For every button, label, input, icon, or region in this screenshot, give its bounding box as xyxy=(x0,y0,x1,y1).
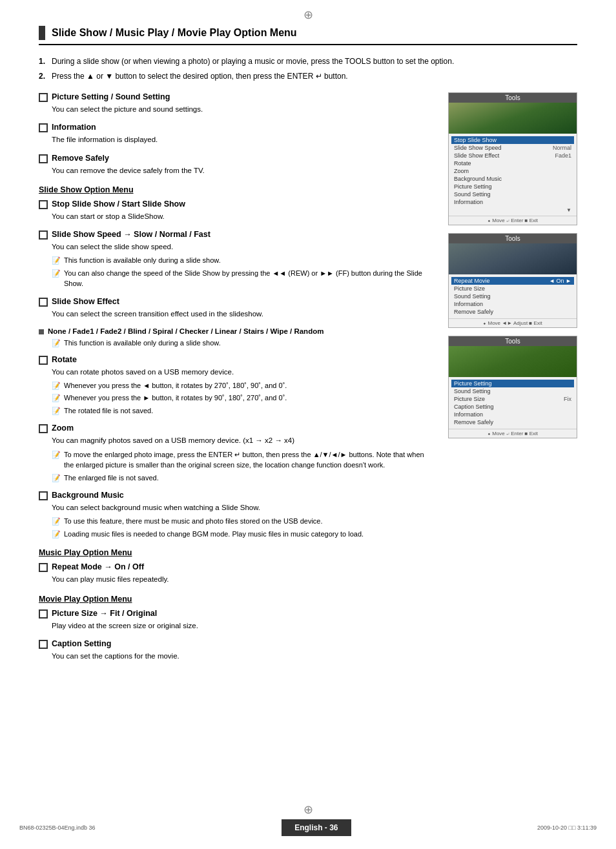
zoom-item: Zoom You can magnify photos saved on a U… xyxy=(39,424,435,483)
checkbox-icon-caption xyxy=(39,640,48,649)
tools-menu-item-sound-s: Sound Setting xyxy=(454,292,571,300)
checkbox-icon-stop xyxy=(39,200,48,209)
section-title: Slide Show / Music Play / Movie Play Opt… xyxy=(39,26,577,45)
note-icon-rotate2: 📝 xyxy=(52,393,61,404)
intro-item-1: 1. During a slide show (or when viewing … xyxy=(39,56,577,67)
tools-menu-item-info3: Information xyxy=(454,411,571,418)
tools-header-3: Tools xyxy=(449,336,577,346)
item-number-1: 1. xyxy=(39,56,45,67)
slideshow-effect-desc: You can select the screen transition eff… xyxy=(39,309,435,320)
remove-safely-desc: You can remove the device safely from th… xyxy=(39,165,435,176)
zoom-note-1: 📝 To move the enlarged photo image, pres… xyxy=(39,449,435,471)
slideshow-speed-desc: You can select the slide show speed. xyxy=(39,241,435,252)
rotate-note-1: 📝 Whenever you press the ◄ button, it ro… xyxy=(39,380,435,391)
note-icon-2: 📝 xyxy=(52,268,61,279)
note-icon-bgm1: 📝 xyxy=(52,516,61,527)
footer-center-text: English - 36 xyxy=(282,819,351,836)
tools-menu-item-pic-size: Picture Size xyxy=(454,285,571,292)
page: ⊕ Slide Show / Music Play / Movie Play O… xyxy=(0,0,616,849)
information-title: Information xyxy=(52,123,96,132)
music-option-heading: Music Play Option Menu xyxy=(39,548,435,557)
crosshair-top-icon: ⊕ xyxy=(303,8,313,22)
tools-menu-item-remove2: Remove Safely xyxy=(454,418,571,426)
rotate-desc: You can rotate photos saved on a USB mem… xyxy=(39,367,435,378)
checkbox-icon-info xyxy=(39,123,48,132)
tools-menu-item-info2: Information xyxy=(454,300,571,308)
square-bullet-icon xyxy=(39,329,44,334)
remove-safely-title: Remove Safely xyxy=(52,154,109,163)
page-title: Slide Show / Music Play / Movie Play Opt… xyxy=(52,27,297,39)
checkbox-icon-rotate xyxy=(39,356,48,365)
note-icon-zoom2: 📝 xyxy=(52,473,61,484)
tools-menu-item-remove: Remove Safely xyxy=(454,308,571,316)
checkbox-icon-speed xyxy=(39,230,48,240)
footer-left-text: BN68-02325B-04Eng.indb 36 xyxy=(19,824,96,831)
tools-nav-2: ⬥ Move ◄► Adjust ■ Exit xyxy=(449,318,577,327)
footer: BN68-02325B-04Eng.indb 36 English - 36 2… xyxy=(0,819,616,836)
bgm-note-1: 📝 To use this feature, there must be mus… xyxy=(39,516,435,527)
tools-image-2 xyxy=(449,243,577,274)
tools-menu-item-pic-size2: Picture Size Fix xyxy=(454,395,571,403)
effect-note: 📝 This function is available only during… xyxy=(39,338,435,349)
item-number-2: 2. xyxy=(39,70,45,82)
slideshow-effect-title: Slide Show Effect xyxy=(52,297,119,306)
title-bar-decoration xyxy=(39,26,45,40)
footer-right-text: 2009-10-20 □□ 3:11:39 xyxy=(537,824,597,831)
slideshow-option-heading: Slide Show Option Menu xyxy=(39,185,435,194)
picture-size-title: Picture Size → Fit / Original xyxy=(52,609,157,618)
tools-menu-3: Picture Setting Sound Setting Picture Si… xyxy=(449,377,577,429)
tools-menu-item-repeat: Repeat Movie ◄ On ► xyxy=(451,277,574,285)
information-item: Information The file information is disp… xyxy=(39,123,435,145)
remove-safely-item: Remove Safely You can remove the device … xyxy=(39,154,435,176)
repeat-mode-title: Repeat Mode → On / Off xyxy=(52,562,144,571)
rotate-note-2: 📝 Whenever you press the ► button, it ro… xyxy=(39,393,435,404)
tools-menu-item-zoom: Zoom xyxy=(454,167,571,175)
tools-panel-2: Tools Repeat Movie ◄ On ► Picture Size S… xyxy=(448,233,577,328)
checkbox-icon-zoom xyxy=(39,424,48,433)
tools-scroll-down: ▼ xyxy=(454,206,571,213)
zoom-desc: You can magnify photos saved on a USB me… xyxy=(39,435,435,446)
zoom-title: Zoom xyxy=(52,424,74,433)
tools-menu-item-speed: Slide Show Speed Normal xyxy=(454,144,571,152)
checkbox-icon-picture xyxy=(39,93,48,102)
picture-size-desc: Play video at the screen size or origina… xyxy=(39,620,435,631)
left-column: Picture Setting / Sound Setting You can … xyxy=(39,92,435,670)
tools-menu-item-effect: Slide Show Effect Fade1 xyxy=(454,152,571,159)
caption-setting-title: Caption Setting xyxy=(52,639,111,648)
tools-header-2: Tools xyxy=(449,234,577,243)
checkbox-icon-bgm xyxy=(39,491,48,500)
repeat-mode-desc: You can play music files repeatedly. xyxy=(39,574,435,585)
checkbox-icon-repeat xyxy=(39,563,48,572)
intro-list: 1. During a slide show (or when viewing … xyxy=(39,56,577,82)
tools-menu-item-sound-setting: Sound Setting xyxy=(454,190,571,198)
rotate-item: Rotate You can rotate photos saved on a … xyxy=(39,355,435,416)
intro-item-2: 2. Press the ▲ or ▼ button to select the… xyxy=(39,70,577,82)
rotate-note-3: 📝 The rotated file is not saved. xyxy=(39,405,435,416)
slideshow-speed-item: Slide Show Speed → Slow / Normal / Fast … xyxy=(39,230,435,289)
speed-note-1: 📝 This function is available only during… xyxy=(39,255,435,266)
tools-panel-1: Tools Stop Slide Show Slide Show Speed N… xyxy=(448,92,577,225)
picture-setting-item: Picture Setting / Sound Setting You can … xyxy=(39,92,435,115)
fade-options: None / Fade1 / Fade2 / Blind / Spiral / … xyxy=(48,327,323,335)
note-icon-rotate3: 📝 xyxy=(52,405,61,416)
main-content: Picture Setting / Sound Setting You can … xyxy=(39,92,577,670)
speed-note-2: 📝 You can also change the speed of the S… xyxy=(39,268,435,289)
bgm-item: Background Music You can select backgrou… xyxy=(39,491,435,539)
tools-nav-1: ⬥ Move ↵ Enter ■ Exit xyxy=(449,216,577,225)
tools-menu-item-caption: Caption Setting xyxy=(454,403,571,411)
tools-image-3 xyxy=(449,346,577,377)
checkbox-icon-effect xyxy=(39,298,48,307)
picture-size-item: Picture Size → Fit / Original Play video… xyxy=(39,609,435,631)
slideshow-speed-title: Slide Show Speed → Slow / Normal / Fast xyxy=(52,230,210,239)
tools-nav-3: ⬥ Move ↵ Enter ■ Exit xyxy=(449,429,577,438)
bgm-note-2: 📝 Loading music files is needed to chang… xyxy=(39,529,435,540)
caption-setting-desc: You can set the captions for the movie. xyxy=(39,651,435,662)
caption-setting-item: Caption Setting You can set the captions… xyxy=(39,639,435,662)
repeat-mode-item: Repeat Mode → On / Off You can play musi… xyxy=(39,562,435,585)
stop-slideshow-desc: You can start or stop a SlideShow. xyxy=(39,211,435,222)
note-icon-1: 📝 xyxy=(52,255,61,266)
note-icon-bgm2: 📝 xyxy=(52,529,61,540)
stop-slideshow-title: Stop Slide Show / Start Slide Show xyxy=(52,199,185,209)
fade-bullet: None / Fade1 / Fade2 / Blind / Spiral / … xyxy=(39,327,435,335)
checkbox-icon-picsize xyxy=(39,609,48,619)
